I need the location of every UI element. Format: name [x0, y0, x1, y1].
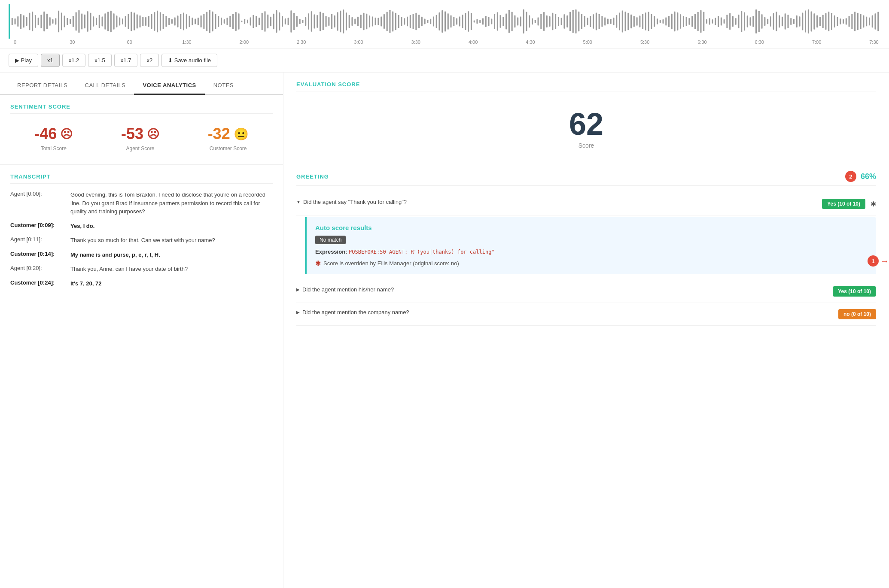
svg-rect-1 [12, 18, 13, 25]
right-panel: EVALUATION SCORE 62 Score GREETING 2 66% [283, 73, 889, 588]
transcript-row: Customer [0:09]:Yes, I do. [10, 222, 273, 230]
svg-rect-130 [387, 12, 388, 31]
greeting-percent: 66% [861, 172, 876, 181]
transcript-speaker: Customer [0:14]: [10, 251, 70, 259]
svg-rect-57 [174, 18, 176, 26]
tab-bar: REPORT DETAILS CALL DETAILS VOICE ANALYT… [0, 77, 283, 95]
svg-rect-144 [427, 20, 428, 23]
svg-rect-185 [546, 15, 548, 27]
svg-rect-227 [668, 16, 670, 27]
svg-rect-72 [218, 16, 219, 27]
evaluation-score-display: 62 Score [296, 100, 876, 153]
svg-rect-99 [296, 16, 298, 27]
tab-report-details[interactable]: REPORT DETAILS [9, 77, 76, 95]
question-2-text: ▶ Did the agent mention his/her name? [296, 286, 833, 293]
svg-rect-150 [444, 12, 446, 32]
svg-rect-262 [770, 16, 771, 26]
timeline-mark: 2:30 [295, 39, 308, 45]
svg-rect-190 [561, 18, 562, 25]
svg-rect-94 [282, 16, 283, 27]
svg-rect-258 [758, 11, 760, 32]
agent-score-value: -53 ☹ [121, 125, 159, 143]
svg-rect-177 [523, 9, 524, 33]
svg-rect-22 [73, 16, 74, 27]
speed-x1-7-button[interactable]: x1.7 [114, 54, 138, 67]
svg-rect-276 [811, 12, 812, 32]
svg-rect-16 [55, 18, 56, 24]
svg-rect-192 [566, 15, 568, 27]
svg-rect-205 [604, 18, 606, 26]
waveform-display[interactable] [9, 4, 880, 39]
svg-rect-54 [165, 16, 167, 27]
svg-rect-18 [61, 12, 62, 30]
svg-rect-294 [863, 15, 864, 28]
svg-rect-283 [831, 13, 832, 30]
tab-voice-analytics[interactable]: VOICE ANALYTICS [134, 77, 204, 95]
svg-rect-109 [326, 16, 327, 27]
svg-rect-45 [140, 15, 141, 27]
svg-rect-153 [453, 17, 454, 26]
svg-rect-216 [636, 17, 638, 26]
svg-rect-274 [805, 10, 806, 32]
svg-rect-284 [834, 15, 835, 27]
speed-x1-2-button[interactable]: x1.2 [62, 54, 86, 67]
svg-rect-172 [508, 10, 510, 33]
question-1-header[interactable]: ▼ Did the agent say "Thank you for calli… [296, 193, 876, 215]
svg-rect-107 [320, 12, 321, 31]
play-button[interactable]: ▶ Play [9, 54, 38, 67]
svg-rect-256 [752, 16, 754, 27]
svg-rect-198 [584, 16, 585, 27]
svg-rect-21 [70, 19, 71, 24]
svg-rect-121 [360, 15, 362, 28]
svg-rect-186 [549, 16, 551, 27]
svg-rect-272 [799, 16, 801, 26]
speed-x1-button[interactable]: x1 [41, 54, 60, 67]
svg-rect-161 [476, 19, 478, 24]
expression-label: Expression: [315, 249, 347, 255]
waveform-progress [9, 4, 10, 39]
svg-rect-151 [448, 13, 449, 29]
auto-score-container: Auto score results No match Expression: … [296, 217, 876, 274]
tab-call-details[interactable]: CALL DETAILS [76, 77, 134, 95]
svg-rect-119 [354, 19, 356, 24]
svg-rect-143 [424, 18, 426, 24]
svg-rect-133 [395, 13, 396, 30]
timeline-mark: 2:00 [237, 39, 250, 45]
svg-rect-60 [183, 12, 184, 30]
svg-rect-171 [505, 14, 507, 30]
svg-rect-246 [724, 19, 725, 24]
transcript-entries: Agent [0:00]:Good evening. this is Tom B… [10, 191, 273, 288]
svg-rect-202 [596, 12, 597, 30]
svg-rect-181 [535, 20, 536, 23]
timeline-mark: 4:00 [467, 39, 480, 45]
svg-rect-23 [76, 12, 77, 31]
question-row-2[interactable]: ▶ Did the agent mention his/her name? Ye… [296, 280, 876, 303]
question-1-badge: Yes (10 of 10) [822, 199, 865, 209]
tab-notes[interactable]: NOTES [205, 77, 242, 95]
speed-x2-button[interactable]: x2 [140, 54, 159, 67]
svg-rect-160 [474, 21, 475, 23]
save-audio-button[interactable]: ⬇ Save audio file [161, 54, 217, 67]
expression-code: POSBEFORE:50 AGENT: R"(you|thanks) for c… [349, 249, 495, 255]
svg-rect-237 [697, 12, 699, 31]
transcript-text: Thank you, Anne. can I have your date of… [70, 265, 273, 273]
svg-rect-277 [813, 13, 815, 29]
svg-rect-180 [532, 18, 533, 25]
annotation-1-container: 1 → [868, 255, 889, 267]
svg-rect-209 [616, 15, 617, 27]
timeline-mark: 7:00 [810, 39, 823, 45]
speed-x1-5-button[interactable]: x1.5 [88, 54, 112, 67]
svg-rect-19 [64, 15, 65, 27]
svg-rect-252 [741, 11, 742, 32]
question-row-3[interactable]: ▶ Did the agent mention the company name… [296, 303, 876, 326]
svg-rect-49 [151, 14, 152, 29]
svg-rect-75 [227, 18, 228, 25]
override-asterisk-icon: ✱ [315, 259, 321, 267]
svg-rect-250 [735, 18, 737, 25]
svg-rect-80 [241, 21, 242, 22]
svg-rect-134 [398, 15, 399, 28]
svg-rect-101 [302, 20, 303, 23]
svg-rect-224 [660, 20, 661, 23]
svg-rect-77 [232, 14, 234, 29]
svg-rect-138 [410, 15, 411, 28]
